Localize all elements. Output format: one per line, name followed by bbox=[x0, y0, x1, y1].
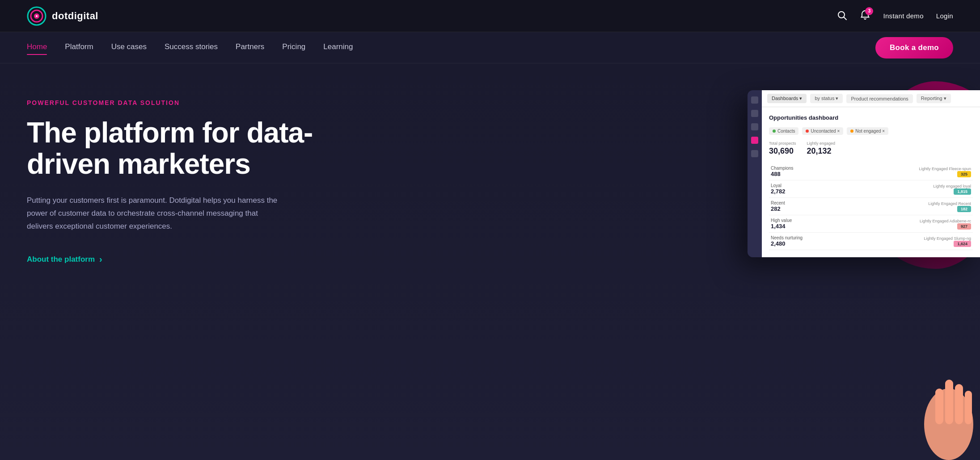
dashboard-tab-2[interactable]: by status ▾ bbox=[810, 94, 843, 103]
dashboard-tab-3[interactable]: Product recommendations bbox=[846, 94, 912, 103]
nav-home[interactable]: Home bbox=[27, 42, 47, 53]
dashboard-header: Dashboards ▾ by status ▾ Product recomme… bbox=[762, 90, 980, 107]
row-label: Champions488 bbox=[769, 163, 848, 180]
dashboard-body: Dashboards ▾ by status ▾ Product recomme… bbox=[762, 90, 980, 257]
dashboard-tab-1[interactable]: Dashboards ▾ bbox=[767, 94, 807, 103]
dashboard-table: Champions488 Lightly Engaged Fleece-spun… bbox=[769, 163, 973, 250]
filter-not-engaged[interactable]: Not engaged × bbox=[847, 127, 888, 135]
nav-learning[interactable]: Learning bbox=[323, 42, 353, 53]
svg-rect-9 bbox=[955, 384, 963, 424]
stat-lightly-engaged: Lightly engaged 20,132 bbox=[807, 141, 836, 156]
search-icon bbox=[836, 10, 847, 21]
badge-teal: 1,815 bbox=[954, 188, 971, 195]
filter-contacts-label: Contacts bbox=[777, 129, 795, 134]
badge-pink: 1,624 bbox=[954, 241, 971, 247]
nav-platform[interactable]: Platform bbox=[65, 42, 93, 53]
logo-area: dotdigital bbox=[27, 6, 98, 26]
top-bar-right: 3 Instant demo Login bbox=[836, 10, 953, 22]
table-row: Loyal2,782 Lightly engaged loyal 1,815 bbox=[769, 180, 973, 198]
dashboard-filters: Contacts Uncontacted × Not engaged × bbox=[769, 127, 973, 135]
dashboard-preview: Dashboards ▾ by status ▾ Product recomme… bbox=[748, 90, 980, 257]
row-badge: Lightly engaged loyal 1,815 bbox=[848, 180, 973, 198]
login-button[interactable]: Login bbox=[936, 12, 953, 20]
sidebar-icon-3 bbox=[751, 123, 758, 130]
filter-not-engaged-dot bbox=[850, 130, 853, 133]
stat-total-label: Total prospects bbox=[769, 141, 796, 146]
dashboard-tab-4[interactable]: Reporting ▾ bbox=[917, 94, 951, 103]
dashboard-sidebar bbox=[748, 90, 762, 257]
badge-yellow: 325 bbox=[957, 171, 971, 177]
hero-title: The platform for data-driven marketers bbox=[27, 117, 331, 180]
svg-point-3 bbox=[36, 15, 38, 17]
nav-links: Home Platform Use cases Success stories … bbox=[27, 42, 353, 53]
dashboard-stats: Total prospects 30,690 Lightly engaged 2… bbox=[769, 141, 973, 156]
nav-use-cases[interactable]: Use cases bbox=[111, 42, 147, 53]
nav-pricing[interactable]: Pricing bbox=[282, 42, 305, 53]
row-badge: Lightly Engaged Fleece-spun 325 bbox=[848, 163, 973, 180]
hero-description: Putting your customers first is paramoun… bbox=[27, 194, 286, 233]
table-row: High value1,434 Lightly Engaged Adiabene… bbox=[769, 215, 973, 233]
notification-badge: 3 bbox=[865, 7, 873, 15]
about-platform-label: About the platform bbox=[27, 255, 95, 264]
sidebar-icon-5 bbox=[751, 150, 758, 157]
svg-rect-7 bbox=[935, 389, 943, 424]
row-label: Loyal2,782 bbox=[769, 180, 848, 198]
filter-uncontacted-dot bbox=[806, 130, 809, 133]
filter-uncontacted[interactable]: Uncontacted × bbox=[802, 127, 843, 135]
row-label: Recent282 bbox=[769, 198, 848, 215]
sidebar-icon-2 bbox=[751, 110, 758, 117]
table-row: Recent282 Lightly Engaged Recent 182 bbox=[769, 198, 973, 215]
hand-svg bbox=[917, 335, 980, 460]
about-platform-link[interactable]: About the platform › bbox=[27, 254, 102, 264]
hero-content: POWERFUL CUSTOMER DATA SOLUTION The plat… bbox=[27, 99, 331, 264]
row-label: High value1,434 bbox=[769, 215, 848, 233]
nav-partners[interactable]: Partners bbox=[236, 42, 264, 53]
filter-contacts[interactable]: Contacts bbox=[769, 127, 798, 135]
svg-rect-8 bbox=[945, 380, 953, 424]
table-row: Needs nurturing2,480 Lightly Engaged Slu… bbox=[769, 233, 973, 250]
hero-eyebrow: POWERFUL CUSTOMER DATA SOLUTION bbox=[27, 99, 331, 106]
hero-section: POWERFUL CUSTOMER DATA SOLUTION The plat… bbox=[0, 63, 980, 460]
filter-uncontacted-label: Uncontacted × bbox=[811, 129, 840, 134]
row-label: Needs nurturing2,480 bbox=[769, 233, 848, 250]
sidebar-icon-4 bbox=[751, 137, 758, 144]
sidebar-icon-1 bbox=[751, 96, 758, 104]
table-row: Champions488 Lightly Engaged Fleece-spun… bbox=[769, 163, 973, 180]
row-badge: Lightly Engaged Adiabene-rc 927 bbox=[848, 215, 973, 233]
book-demo-button[interactable]: Book a demo bbox=[875, 37, 953, 59]
svg-rect-10 bbox=[965, 391, 972, 424]
filter-contacts-dot bbox=[773, 130, 776, 133]
svg-line-5 bbox=[844, 17, 847, 20]
dashboard-title: Opportunities dashboard bbox=[769, 114, 973, 121]
stat-lightly-value: 20,132 bbox=[807, 146, 836, 156]
notification-button[interactable]: 3 bbox=[860, 10, 870, 22]
row-badge: Lightly Engaged Slump-ng 1,624 bbox=[848, 233, 973, 250]
row-badge: Lightly Engaged Recent 182 bbox=[848, 198, 973, 215]
stat-lightly-label: Lightly engaged bbox=[807, 141, 836, 146]
logo-text: dotdigital bbox=[52, 10, 98, 22]
logo-icon bbox=[27, 6, 46, 26]
instant-demo-button[interactable]: Instant demo bbox=[883, 12, 923, 20]
hand-illustration bbox=[917, 335, 980, 460]
search-button[interactable] bbox=[836, 10, 847, 22]
chevron-right-icon: › bbox=[99, 254, 102, 264]
badge-teal-2: 182 bbox=[957, 206, 971, 212]
badge-red: 927 bbox=[957, 223, 971, 230]
nav-success-stories[interactable]: Success stories bbox=[165, 42, 218, 53]
nav-bar: Home Platform Use cases Success stories … bbox=[0, 32, 980, 63]
stat-total-value: 30,690 bbox=[769, 146, 796, 156]
top-bar: dotdigital 3 Instant demo Login bbox=[0, 0, 980, 32]
filter-not-engaged-label: Not engaged × bbox=[855, 129, 885, 134]
stat-total-prospects: Total prospects 30,690 bbox=[769, 141, 796, 156]
